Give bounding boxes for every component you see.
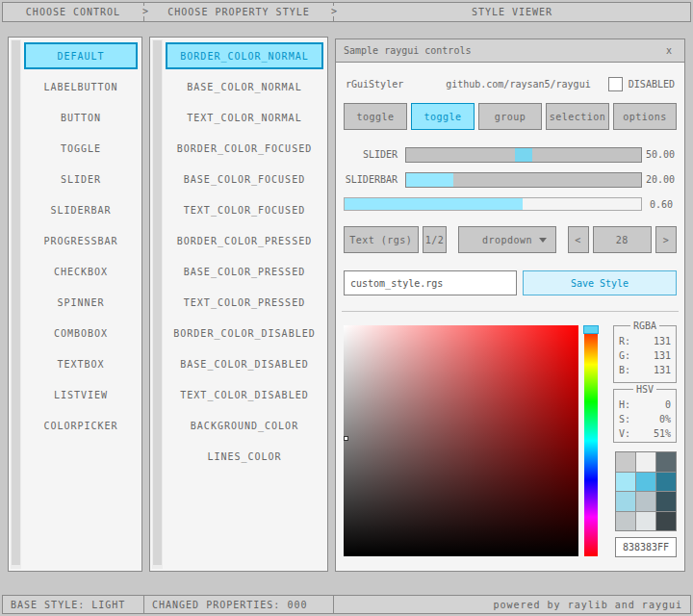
controls-list: DEFAULT LABELBUTTON BUTTON TOGGLE SLIDER… — [24, 42, 138, 443]
list-item-text-color-disabled[interactable]: TEXT_COLOR_DISABLED — [166, 381, 323, 408]
spinner-decrement-button[interactable]: < — [568, 226, 589, 253]
toggle-group-item-1[interactable]: toggle — [411, 103, 475, 130]
list-item-default[interactable]: DEFAULT — [24, 42, 138, 69]
list-item-base-color-focused[interactable]: BASE_COLOR_FOCUSED — [166, 166, 323, 192]
color-swatch[interactable] — [616, 473, 635, 492]
color-picker-gradient[interactable] — [344, 325, 578, 556]
spinner-value-box[interactable]: 28 — [593, 226, 653, 253]
spinner-increment-button[interactable]: > — [655, 226, 677, 253]
slider-value: 50.00 — [646, 147, 675, 163]
text-rgs-button[interactable]: Text (rgs) — [344, 226, 419, 253]
color-swatch[interactable] — [636, 473, 655, 492]
list-item-button[interactable]: BUTTON — [24, 104, 138, 131]
list-item-text-color-normal[interactable]: TEXT_COLOR_NORMAL — [166, 104, 323, 131]
hsv-row-v: V: 51% — [614, 426, 676, 441]
color-swatch[interactable] — [656, 512, 676, 531]
top-breadcrumb-bar: CHOOSE CONTROL CHOOSE PROPERTY STYLE STY… — [2, 2, 691, 22]
color-swatch[interactable] — [656, 473, 676, 492]
list-item-checkbox[interactable]: CHECKBOX — [24, 258, 138, 285]
hsv-v-value: 51% — [654, 426, 671, 441]
breadcrumb-label: STYLE VIEWER — [472, 7, 552, 17]
status-base-style: BASE STYLE: LIGHT — [2, 595, 144, 614]
hsv-row-s: S: 0% — [614, 412, 676, 426]
scrollbar-thumb[interactable] — [153, 40, 162, 565]
properties-list: BORDER_COLOR_NORMAL BASE_COLOR_NORMAL TE… — [166, 42, 323, 474]
filename-input[interactable]: custom_style.rgs — [344, 270, 517, 295]
list-item-border-color-normal[interactable]: BORDER_COLOR_NORMAL — [166, 42, 323, 69]
color-swatch[interactable] — [656, 492, 676, 511]
controls-list-panel: DEFAULT LABELBUTTON BUTTON TOGGLE SLIDER… — [8, 37, 142, 572]
dropdown-select[interactable]: dropdown — [458, 226, 555, 253]
half-button[interactable]: 1/2 — [423, 226, 448, 253]
list-item-progressbar[interactable]: PROGRESSBAR — [24, 227, 138, 254]
disabled-checkbox-label: DISABLED — [629, 79, 675, 90]
properties-list-scrollbar[interactable] — [152, 39, 163, 569]
disabled-checkbox[interactable] — [608, 77, 623, 91]
save-style-button[interactable]: Save Style — [523, 270, 677, 295]
color-swatch[interactable] — [616, 512, 635, 531]
status-label: BASE STYLE: LIGHT — [11, 600, 125, 610]
list-item-base-color-normal[interactable]: BASE_COLOR_NORMAL — [166, 73, 323, 100]
list-item-colorpicker[interactable]: COLORPICKER — [24, 412, 138, 439]
github-link[interactable]: github.com/raysan5/raygui — [428, 79, 608, 90]
color-swatch[interactable] — [656, 452, 676, 472]
toggle-group-item-4[interactable]: options — [613, 103, 677, 130]
color-swatch[interactable] — [636, 492, 655, 511]
style-viewer-window: Sample raygui controls x rGuiStyler gith… — [335, 38, 685, 572]
hue-bar[interactable] — [584, 325, 598, 556]
list-item-border-color-pressed[interactable]: BORDER_COLOR_PRESSED — [166, 227, 323, 254]
list-item-combobox[interactable]: COMBOBOX — [24, 320, 138, 346]
color-swatch[interactable] — [636, 452, 655, 472]
progress-value: 0.60 — [650, 197, 673, 213]
list-item-sliderbar[interactable]: SLIDERBAR — [24, 196, 138, 223]
status-label: CHANGED PROPERTIES: 000 — [152, 600, 307, 610]
rgba-b-value: 131 — [654, 363, 671, 377]
toggle-group: toggle toggle group selection options — [344, 103, 677, 130]
color-picker-cursor[interactable] — [344, 436, 348, 441]
color-swatch[interactable] — [636, 512, 655, 531]
list-item-text-color-pressed[interactable]: TEXT_COLOR_PRESSED — [166, 289, 323, 316]
list-item-slider[interactable]: SLIDER — [24, 166, 138, 192]
color-swatch[interactable] — [616, 492, 635, 511]
hsv-v-label: V: — [619, 426, 630, 441]
status-changed-properties: CHANGED PROPERTIES: 000 — [143, 595, 334, 614]
sliderbar[interactable] — [405, 172, 642, 188]
toggle-group-item-3[interactable]: selection — [546, 103, 609, 130]
list-item-spinner[interactable]: SPINNER — [24, 289, 138, 316]
list-item-border-color-focused[interactable]: BORDER_COLOR_FOCUSED — [166, 135, 323, 162]
chevron-right-icon: > — [328, 6, 340, 16]
progressbar — [344, 197, 642, 211]
list-item-textbox[interactable]: TEXTBOX — [24, 350, 138, 377]
rgba-title: RGBA — [630, 321, 659, 331]
style-color-palette — [615, 451, 677, 531]
toggle-group-item-0[interactable]: toggle — [344, 103, 407, 130]
controls-list-scrollbar[interactable] — [11, 39, 21, 569]
toggle-group-item-2[interactable]: group — [478, 103, 542, 130]
breadcrumb-choose-control: CHOOSE CONTROL — [2, 2, 144, 22]
list-item-lines-color[interactable]: LINES_COLOR — [166, 443, 323, 470]
rgba-row-g: G: 131 — [614, 348, 676, 363]
progressbar-fill — [345, 198, 523, 210]
sliderbar-value: 20.00 — [646, 172, 675, 188]
header-row: rGuiStyler github.com/raysan5/raygui DIS… — [346, 74, 675, 93]
list-item-base-color-disabled[interactable]: BASE_COLOR_DISABLED — [166, 350, 323, 377]
slider-handle[interactable] — [515, 148, 532, 162]
hue-cursor[interactable] — [583, 325, 599, 334]
sliderbar-fill — [406, 173, 453, 187]
list-item-base-color-pressed[interactable]: BASE_COLOR_PRESSED — [166, 258, 323, 285]
list-item-listview[interactable]: LISTVIEW — [24, 381, 138, 408]
status-bar: BASE STYLE: LIGHT CHANGED PROPERTIES: 00… — [2, 595, 691, 614]
slider[interactable] — [405, 147, 642, 163]
list-item-labelbutton[interactable]: LABELBUTTON — [24, 73, 138, 100]
status-label: powered by raylib and raygui — [493, 600, 682, 610]
rgba-r-value: 131 — [654, 334, 671, 348]
list-item-text-color-focused[interactable]: TEXT_COLOR_FOCUSED — [166, 196, 323, 223]
window-titlebar[interactable]: Sample raygui controls x — [336, 39, 684, 63]
list-item-border-color-disabled[interactable]: BORDER_COLOR_DISABLED — [166, 320, 323, 346]
close-icon[interactable]: x — [661, 43, 677, 59]
list-item-toggle[interactable]: TOGGLE — [24, 135, 138, 162]
color-swatch[interactable] — [616, 452, 635, 472]
list-item-background-color[interactable]: BACKGROUND_COLOR — [166, 412, 323, 439]
hex-color-input[interactable]: 838383FF — [615, 537, 677, 557]
scrollbar-thumb[interactable] — [12, 40, 20, 565]
